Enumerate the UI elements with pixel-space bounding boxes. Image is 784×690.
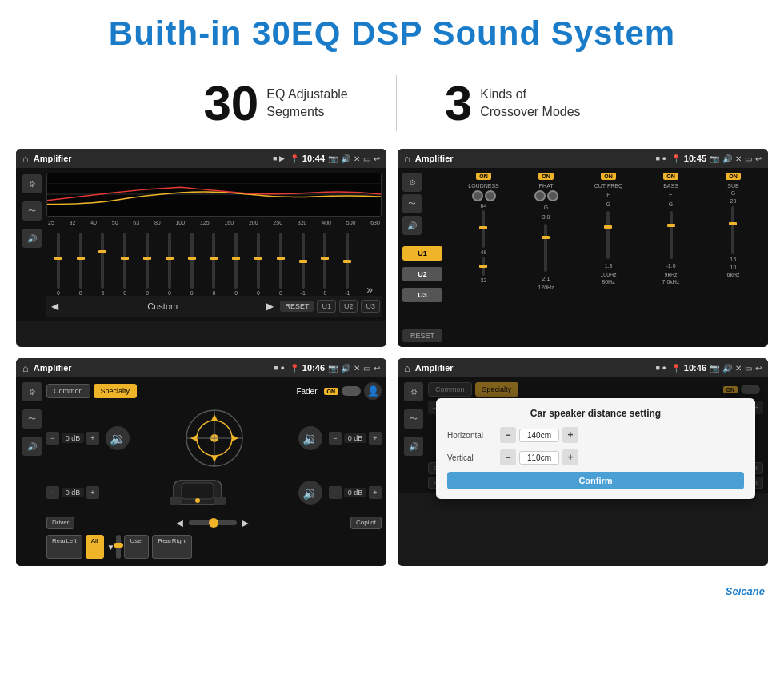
- dist-v-plus-btn[interactable]: +: [562, 449, 578, 465]
- seat-user-btn[interactable]: User: [124, 535, 149, 559]
- fader-toggle[interactable]: [342, 386, 361, 396]
- seat-copilot-btn[interactable]: Copilot: [350, 517, 382, 529]
- screens-grid: ⌂ Amplifier ■ ▶ 📍 10:44 📷 🔊 ✕ ▭ ↩ ⚙ 〜 🔊: [0, 149, 784, 582]
- speaker-layout: − 0 dB + 🔉: [46, 406, 382, 561]
- cross-filter-btn[interactable]: ⚙: [402, 173, 422, 192]
- cross-u1-btn[interactable]: U1: [402, 246, 442, 261]
- cutfreq-on-badge: ON: [601, 173, 616, 180]
- eq-volume-btn[interactable]: 🔊: [22, 229, 42, 248]
- eq-slider-expand[interactable]: »: [359, 283, 380, 296]
- fr-plus-btn[interactable]: +: [369, 432, 382, 445]
- eq-slider-8: 0: [226, 233, 246, 296]
- dist-close-icon[interactable]: ✕: [735, 364, 742, 373]
- eq-bottom-bar: ◀ Custom ▶ RESET U1 U2 U3: [46, 296, 382, 317]
- fader-home-icon[interactable]: ⌂: [22, 362, 29, 374]
- speaker-fr-ctrl: − 0 dB +: [329, 432, 382, 445]
- loudness-knobs: [472, 190, 496, 201]
- cross-u3-btn[interactable]: U3: [402, 288, 442, 302]
- eq-graph: [46, 173, 382, 217]
- eq-u1-btn[interactable]: U1: [317, 300, 336, 313]
- fader-vol-btn[interactable]: 🔊: [22, 437, 42, 456]
- fl-plus-btn[interactable]: +: [86, 432, 99, 445]
- svg-marker-11: [190, 435, 197, 441]
- fader-status-bar: ⌂ Amplifier ■ ● 📍 10:46 📷 🔊 ✕ ▭ ↩: [16, 358, 386, 377]
- eq-next-btn[interactable]: ▶: [263, 299, 277, 313]
- fl-minus-btn[interactable]: −: [46, 432, 59, 445]
- dist-tab-specialty[interactable]: Specialty: [475, 382, 519, 397]
- eq-filter-btn[interactable]: ⚙: [22, 174, 42, 193]
- fr-minus-btn[interactable]: −: [329, 432, 342, 445]
- dist-tab-common[interactable]: Common: [428, 382, 472, 397]
- seat-driver-btn[interactable]: Driver: [46, 517, 74, 529]
- cross-u2-btn[interactable]: U2: [402, 267, 442, 281]
- page-header: Buith-in 30EQ DSP Sound System: [0, 0, 784, 61]
- rr-plus-btn[interactable]: +: [369, 486, 382, 499]
- fader-tab-common[interactable]: Common: [46, 384, 90, 398]
- phat-knob-1[interactable]: [534, 190, 546, 201]
- speaker-fr-icon: 🔉: [298, 426, 322, 450]
- dist-v-minus-btn[interactable]: −: [500, 449, 516, 465]
- cross-phat-channel: ON PHAT G 3.0 2.1 120Hz: [516, 173, 576, 342]
- stat-crossover: 3 Kinds of Crossover Modes: [397, 78, 629, 128]
- fader-person-icon: 👤: [364, 382, 382, 400]
- dist-confirm-btn[interactable]: Confirm: [447, 472, 744, 489]
- dist-home-icon[interactable]: ⌂: [404, 362, 410, 374]
- crossover-status-bar: ⌂ Amplifier ■ ● 📍 10:45 📷 🔊 ✕ ▭ ↩: [398, 149, 768, 168]
- cross-wave-btn[interactable]: 〜: [402, 194, 422, 213]
- rr-value: 0 dB: [344, 488, 366, 497]
- eq-wave-btn[interactable]: 〜: [22, 201, 42, 221]
- dist-filter-btn[interactable]: ⚙: [404, 382, 423, 401]
- fader-tab-specialty[interactable]: Specialty: [94, 384, 138, 398]
- dist-toggle[interactable]: [741, 385, 760, 394]
- dist-h-value: 140cm: [519, 429, 559, 442]
- phat-fader: G 3.0 2.1: [542, 203, 550, 283]
- phat-knob-2[interactable]: [547, 190, 558, 201]
- eq-status-bar: ⌂ Amplifier ■ ▶ 📍 10:44 📷 🔊 ✕ ▭ ↩: [16, 149, 386, 168]
- seat-rearright-btn[interactable]: RearRight: [152, 535, 192, 559]
- cross-back-icon[interactable]: ↩: [755, 154, 762, 163]
- eq-slider-6: 0: [182, 233, 202, 296]
- bass-fader: F G -1.0: [666, 190, 675, 270]
- slider-left-arrow[interactable]: ◄: [174, 517, 186, 529]
- seat-slider[interactable]: [189, 520, 237, 525]
- seat-vslider[interactable]: [116, 535, 121, 559]
- seat-rearleft-btn[interactable]: RearLeft: [46, 535, 82, 559]
- rl-minus-btn[interactable]: −: [46, 486, 59, 499]
- loudness-knob-2[interactable]: [485, 190, 496, 201]
- fader-back-icon[interactable]: ↩: [374, 364, 380, 373]
- fader-filter-btn[interactable]: ⚙: [22, 382, 42, 401]
- cross-vol-btn[interactable]: 🔊: [402, 216, 422, 235]
- speaker-rr-ctrl: − 0 dB +: [329, 486, 382, 499]
- eq-u2-btn[interactable]: U2: [339, 300, 358, 313]
- cross-home-icon[interactable]: ⌂: [404, 153, 410, 165]
- rl-plus-btn[interactable]: +: [86, 486, 99, 499]
- fader-tabs: Common Specialty Fader ON 👤: [46, 382, 382, 400]
- dist-wave-btn[interactable]: 〜: [404, 409, 423, 429]
- eq-prev-btn[interactable]: ◀: [48, 299, 62, 313]
- cross-side-controls: ⚙ 〜 🔊: [402, 173, 450, 235]
- fader-wave-btn[interactable]: 〜: [22, 409, 42, 429]
- dist-h-minus-btn[interactable]: −: [500, 427, 516, 443]
- cross-reset-btn[interactable]: RESET: [402, 329, 442, 342]
- dist-vol-btn[interactable]: 🔊: [404, 437, 423, 456]
- dist-dialog-title: Car speaker distance setting: [447, 408, 744, 419]
- eq-u3-btn[interactable]: U3: [361, 300, 380, 313]
- cutfreq-fader: F G 1.3: [605, 190, 613, 270]
- seat-all-btn[interactable]: All: [86, 535, 104, 559]
- loudness-knob-1[interactable]: [472, 190, 483, 201]
- back-icon[interactable]: ↩: [374, 154, 380, 163]
- close-icon[interactable]: ✕: [354, 154, 360, 163]
- bass-on-badge: ON: [663, 173, 678, 180]
- fader-close-icon[interactable]: ✕: [354, 364, 360, 373]
- cross-close-icon[interactable]: ✕: [735, 154, 742, 163]
- fader-record-icon: ■ ●: [274, 364, 284, 372]
- dist-vertical-row: Vertical − 110cm +: [447, 449, 744, 465]
- stats-row: 30 EQ Adjustable Segments 3 Kinds of Cro…: [0, 61, 784, 149]
- rr-minus-btn[interactable]: −: [329, 486, 342, 499]
- dist-status-icons: 📍 10:46 📷 🔊 ✕ ▭ ↩: [671, 363, 762, 373]
- dist-h-plus-btn[interactable]: +: [562, 427, 578, 443]
- home-icon[interactable]: ⌂: [22, 153, 29, 165]
- slider-right-arrow[interactable]: ►: [240, 517, 251, 529]
- dist-back-icon[interactable]: ↩: [755, 364, 762, 373]
- eq-reset-btn[interactable]: RESET: [280, 301, 314, 312]
